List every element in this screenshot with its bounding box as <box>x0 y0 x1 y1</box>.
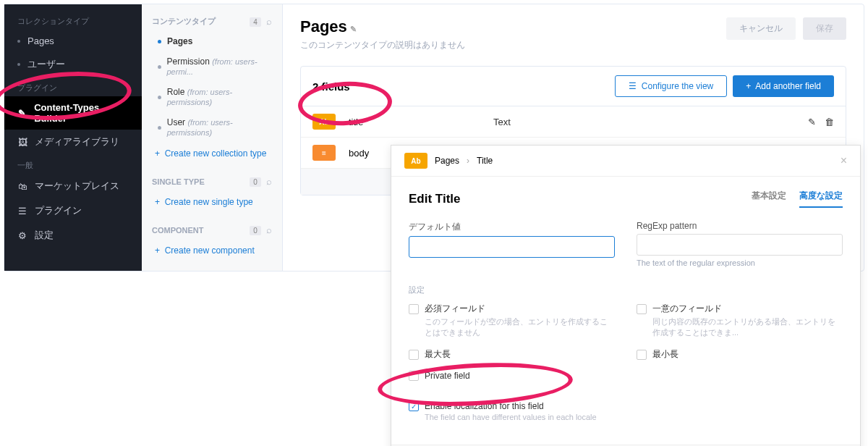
maxlen-checkbox[interactable]: 最大長 <box>409 348 615 361</box>
panel-header-component: COMPONENT <box>152 226 204 235</box>
nav-item-marketplace[interactable]: 🛍マーケットプレイス <box>4 174 142 198</box>
save-button[interactable]: 保存 <box>803 17 846 40</box>
richtext-type-icon: ≡ <box>312 145 336 161</box>
close-icon[interactable]: × <box>841 154 847 167</box>
field-row-title[interactable]: Ab title Text ✎🗑 <box>301 106 846 138</box>
nav-item-plugins[interactable]: ☰プラグイン <box>4 198 142 223</box>
search-icon[interactable]: ⌕ <box>266 224 272 235</box>
collection-count-badge: 4 <box>250 17 261 27</box>
single-count-badge: 0 <box>250 177 261 187</box>
unique-checkbox[interactable]: 一意のフィールド <box>637 303 843 315</box>
tab-advanced[interactable]: 高度な設定 <box>799 190 843 208</box>
edit-icon[interactable]: ✎ <box>808 117 816 127</box>
list-icon: ☰ <box>17 206 27 216</box>
nav-section-plugin: プラグイン <box>4 77 142 96</box>
type-item-permission[interactable]: Permission (from: users-permi... <box>142 51 282 82</box>
delete-icon[interactable]: 🗑 <box>825 117 834 127</box>
regex-input[interactable] <box>637 234 843 256</box>
nav-section-collection: コレクションタイプ <box>4 10 142 30</box>
field-name: title <box>349 117 493 127</box>
add-field-button[interactable]: + Add another field <box>733 75 834 97</box>
required-checkbox[interactable]: 必須フィールド <box>409 303 615 315</box>
nav-item-pages[interactable]: Pages <box>4 30 142 52</box>
bag-icon: 🛍 <box>17 181 27 192</box>
default-value-input[interactable] <box>409 236 615 258</box>
regex-hint: The text of the regular expression <box>637 258 843 267</box>
pencil-icon: ✎ <box>17 108 27 119</box>
private-checkbox[interactable]: Private field <box>409 371 615 381</box>
content-types-panel: コンテンツタイプ 4 ⌕ Pages Permission (from: use… <box>142 4 283 271</box>
breadcrumb: Ab Pages›Title <box>404 153 493 169</box>
cancel-button[interactable]: キャンセル <box>726 17 796 40</box>
default-value-label: デフォルト値 <box>409 221 615 233</box>
create-single-link[interactable]: + Create new single type <box>142 191 282 213</box>
settings-label: 設定 <box>409 285 843 295</box>
modal-title: Edit Title <box>409 192 460 206</box>
panel-header-collection: コンテンツタイプ <box>152 16 216 27</box>
edit-field-modal: Ab Pages›Title × Edit Title 基本設定 高度な設定 デ… <box>391 145 861 446</box>
text-type-icon: Ab <box>312 114 336 130</box>
field-type: Text <box>493 117 808 127</box>
panel-header-single: SINGLE TYPE <box>152 177 205 186</box>
configure-view-button[interactable]: ☰ Configure the view <box>615 75 727 97</box>
i18n-checkbox[interactable]: ✓Enable localization for this field <box>409 401 615 411</box>
regex-label: RegExp pattern <box>637 221 843 231</box>
nav-item-media[interactable]: 🖼メディアライブラリ <box>4 130 142 154</box>
page-title: Pages✎ <box>300 17 465 36</box>
type-item-role[interactable]: Role (from: users-permissions) <box>142 82 282 112</box>
text-type-icon: Ab <box>404 153 427 169</box>
fields-count: 2 fields <box>312 80 350 93</box>
create-component-link[interactable]: + Create new component <box>142 240 282 261</box>
component-count-badge: 0 <box>250 226 261 235</box>
tab-basic[interactable]: 基本設定 <box>752 190 786 208</box>
image-icon: 🖼 <box>17 137 27 148</box>
page-subtitle: このコンテンツタイプの説明はありません <box>300 39 465 51</box>
pencil-icon[interactable]: ✎ <box>350 25 357 33</box>
nav-item-settings[interactable]: ⚙設定 <box>4 223 142 248</box>
dark-sidebar: コレクションタイプ Pages ユーザー プラグイン ✎Content-Type… <box>4 4 142 271</box>
nav-item-ctb[interactable]: ✎Content-Types Builder <box>4 96 142 130</box>
search-icon[interactable]: ⌕ <box>266 176 272 187</box>
gear-icon: ⚙ <box>17 230 27 241</box>
minlen-checkbox[interactable]: 最小長 <box>637 348 843 361</box>
search-icon[interactable]: ⌕ <box>266 16 272 27</box>
type-item-pages[interactable]: Pages <box>142 31 282 51</box>
nav-item-users[interactable]: ユーザー <box>4 52 142 77</box>
nav-section-general: 一般 <box>4 154 142 174</box>
create-collection-link[interactable]: + Create new collection type <box>142 143 282 164</box>
type-item-user[interactable]: User (from: users-permissions) <box>142 112 282 143</box>
